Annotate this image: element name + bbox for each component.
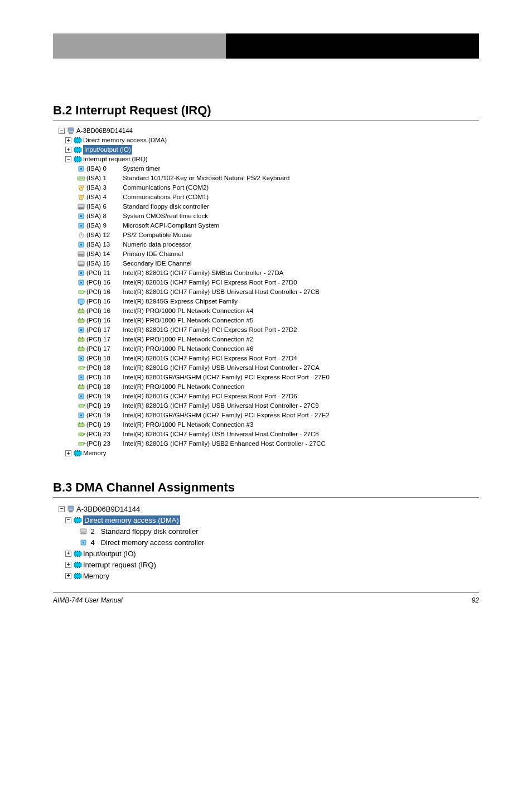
section-irq-title: B.2 Interrupt Request (IRQ) xyxy=(53,103,479,121)
usb-icon xyxy=(76,402,85,411)
monitor-icon xyxy=(76,297,85,306)
tree-item[interactable]: (ISA) 4 Communications Port (COM1) xyxy=(59,192,479,202)
collapse-icon[interactable]: − xyxy=(59,128,65,134)
tree-item[interactable]: (PCI) 18 Intel(R) 82801G (ICH7 Family) U… xyxy=(59,363,479,373)
usb-icon xyxy=(76,288,85,297)
tree-item[interactable]: (PCI) 23 Intel(R) 82801G (ICH7 Family) U… xyxy=(59,430,479,439)
tree-item[interactable]: (PCI) 11 Intel(R) 82801G (ICH7 Family) S… xyxy=(59,268,479,278)
port-icon xyxy=(76,193,85,202)
expand-icon[interactable]: + xyxy=(65,147,71,153)
resource-icon xyxy=(73,549,82,558)
mouse-icon xyxy=(76,231,85,240)
tree-item[interactable]: (ISA) 12 PS/2 Compatible Mouse xyxy=(59,230,479,240)
header-right-title xyxy=(226,33,479,59)
tree-item[interactable]: (PCI) 19 Intel(R) 82801G (ICH7 Family) P… xyxy=(59,392,479,401)
tree-node-dma[interactable]: + Direct memory access (DMA) xyxy=(59,136,479,145)
tree-item[interactable]: (PCI) 16 Intel(R) PRO/1000 PL Network Co… xyxy=(59,316,479,325)
tree-item[interactable]: (ISA) 13 Numeric data processor xyxy=(59,240,479,249)
tree-node-io[interactable]: + Input/output (IO) xyxy=(59,548,479,559)
tree-item[interactable]: (PCI) 16 Intel(R) PRO/1000 PL Network Co… xyxy=(59,306,479,316)
resource-icon xyxy=(73,515,82,524)
selected-label: Direct memory access (DMA) xyxy=(83,515,180,525)
tree-item[interactable]: 2 Standard floppy disk controller xyxy=(59,526,479,537)
chip-icon xyxy=(76,240,85,249)
tree-item[interactable]: (PCI) 19 Intel(R) 82801G (ICH7 Family) U… xyxy=(59,401,479,411)
net-icon xyxy=(76,307,85,316)
chip-icon xyxy=(76,411,85,420)
tree-item[interactable]: (ISA) 9 Microsoft ACPI-Compliant System xyxy=(59,221,479,230)
expand-icon[interactable]: + xyxy=(65,137,71,143)
tree-item[interactable]: (PCI) 16 Intel(R) 82801G (ICH7 Family) U… xyxy=(59,287,479,297)
chip-icon xyxy=(76,269,85,278)
tree-item[interactable]: 4 Direct memory access controller xyxy=(59,537,479,548)
tree-item[interactable]: (ISA) 8 System CMOS/real time clock xyxy=(59,211,479,221)
tree-item[interactable]: (ISA) 14 Primary IDE Channel xyxy=(59,249,479,259)
chip-icon xyxy=(76,221,85,230)
expand-icon[interactable]: + xyxy=(65,450,71,456)
resource-icon xyxy=(73,449,82,458)
resource-icon xyxy=(73,571,82,580)
irq-tree: − A-3BD06B9D14144 + Direct memory access… xyxy=(59,126,479,458)
tree-item[interactable]: (ISA) 0 System timer xyxy=(59,164,479,174)
tree-item[interactable]: (PCI) 17 Intel(R) 82801G (ICH7 Family) P… xyxy=(59,325,479,335)
keyboard-icon xyxy=(76,174,85,183)
chip-icon xyxy=(76,212,85,221)
tree-item[interactable]: (PCI) 18 Intel(R) PRO/1000 PL Network Co… xyxy=(59,382,479,392)
expand-icon[interactable]: + xyxy=(65,573,71,579)
expand-icon[interactable]: + xyxy=(65,562,71,568)
tree-node-memory[interactable]: + Memory xyxy=(59,570,479,581)
tree-item[interactable]: (ISA) 1 Standard 101/102-Key or Microsof… xyxy=(59,174,479,183)
resource-icon xyxy=(73,136,82,145)
floppy-icon xyxy=(79,527,88,536)
page-header xyxy=(53,33,479,59)
chip-icon xyxy=(79,538,88,547)
footer-left: AIMB-744 User Manual xyxy=(53,596,123,604)
tree-item[interactable]: (PCI) 18 Intel(R) 82801G (ICH7 Family) P… xyxy=(59,354,479,363)
section-dma-title: B.3 DMA Channel Assignments xyxy=(53,480,479,498)
tree-item[interactable]: (ISA) 15 Secondary IDE Channel xyxy=(59,259,479,268)
footer-right: 92 xyxy=(472,596,479,604)
net-icon xyxy=(76,316,85,325)
computer-icon xyxy=(66,127,75,136)
tree-item[interactable]: (ISA) 6 Standard floppy disk controller xyxy=(59,202,479,211)
floppy-icon xyxy=(76,250,85,259)
tree-item[interactable]: (PCI) 19 Intel(R) PRO/1000 PL Network Co… xyxy=(59,420,479,430)
tree-item[interactable]: (ISA) 3 Communications Port (COM2) xyxy=(59,183,479,192)
selected-label: Input/output (IO) xyxy=(83,145,132,155)
tree-item[interactable]: (PCI) 16 Intel(R) 82945G Express Chipset… xyxy=(59,297,479,306)
net-icon xyxy=(76,421,85,430)
tree-item[interactable]: (PCI) 23 Intel(R) 82801G (ICH7 Family) U… xyxy=(59,439,479,449)
chip-icon xyxy=(76,354,85,363)
tree-root[interactable]: − A-3BD06B9D14144 xyxy=(59,126,479,136)
page-footer: AIMB-744 User Manual 92 xyxy=(53,592,479,604)
chip-icon xyxy=(76,165,85,174)
expand-icon[interactable]: + xyxy=(65,551,71,557)
chip-icon xyxy=(76,326,85,335)
tree-item[interactable]: (PCI) 17 Intel(R) PRO/1000 PL Network Co… xyxy=(59,335,479,344)
usb-icon xyxy=(76,364,85,373)
computer-icon xyxy=(66,504,75,513)
tree-item[interactable]: (PCI) 16 Intel(R) 82801G (ICH7 Family) P… xyxy=(59,278,479,287)
usb-icon xyxy=(76,440,85,449)
dma-tree: − A-3BD06B9D14144 − Direct memory access… xyxy=(59,503,479,581)
chip-icon xyxy=(76,392,85,401)
tree-item[interactable]: (PCI) 17 Intel(R) PRO/1000 PL Network Co… xyxy=(59,344,479,354)
collapse-icon[interactable]: − xyxy=(65,517,71,523)
tree-node-io[interactable]: + Input/output (IO) xyxy=(59,145,479,155)
collapse-icon[interactable]: − xyxy=(59,506,65,512)
collapse-icon[interactable]: − xyxy=(65,156,71,162)
tree-node-irq[interactable]: − Interrupt request (IRQ) xyxy=(59,155,479,164)
tree-node-memory[interactable]: + Memory xyxy=(59,449,479,458)
tree-node-dma[interactable]: − Direct memory access (DMA) xyxy=(59,514,479,526)
chip-icon xyxy=(76,373,85,382)
net-icon xyxy=(76,383,85,392)
tree-item[interactable]: (PCI) 18 Intel(R) 82801GR/GH/GHM (ICH7 F… xyxy=(59,373,479,382)
usb-icon xyxy=(76,430,85,439)
tree-root[interactable]: − A-3BD06B9D14144 xyxy=(59,503,479,514)
chip-icon xyxy=(76,278,85,287)
tree-item[interactable]: (PCI) 19 Intel(R) 82801GR/GH/GHM (ICH7 F… xyxy=(59,411,479,420)
resource-icon xyxy=(73,155,82,164)
floppy-icon xyxy=(76,259,85,268)
tree-node-irq[interactable]: + Interrupt request (IRQ) xyxy=(59,559,479,570)
port-icon xyxy=(76,184,85,192)
